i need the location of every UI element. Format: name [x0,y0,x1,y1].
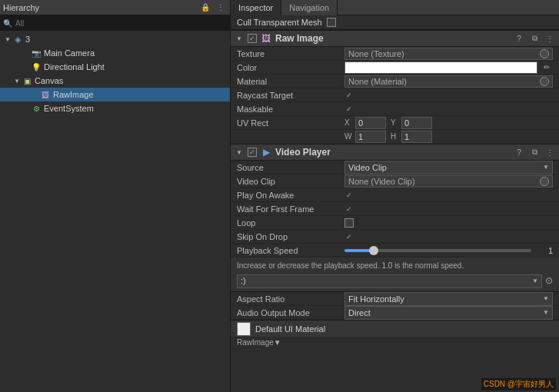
h-label: H [391,132,400,141]
play-on-awake-row: Play On Awake ✓ [231,188,559,202]
color-value-container: ✏ [344,61,553,74]
texture-field-value: None (Texture) [348,49,404,58]
video-player-toggle-arrow[interactable]: ▼ [234,147,245,158]
aspect-ratio-dropdown-arrow: ▼ [543,295,549,302]
wait-for-first-frame-checkbox[interactable]: ✓ [344,204,354,214]
tree-item-root[interactable]: ▼ ◈ 3 [0,32,230,46]
inspector-content: Cull Transparent Mesh ▼ ✓ 🖼 Raw Image ? … [231,15,559,392]
video-clip-field-value: None (Video Clip) [348,177,415,186]
video-clip-circle[interactable] [540,177,549,186]
color-swatch[interactable] [344,61,537,74]
slider-fill [344,249,372,252]
material-row: Material None (Material) [231,75,559,88]
material-label: Material [237,77,344,86]
hierarchy-kebab-icon[interactable]: ⋮ [215,2,227,14]
video-player-header-icons: ? ⧉ ⋮ [513,146,556,158]
watermark: CSDN @宇宙好男人 [481,378,556,390]
raw-image-title: Raw Image [275,33,510,44]
source-row: Source Video Clip ▼ [231,161,559,174]
video-player-settings-icon[interactable]: ⧉ [528,146,541,158]
raycast-value-container: ✓ [344,91,553,100]
texture-value-container: None (Texture) [344,48,553,60]
raycast-row: Raycast Target ✓ [231,88,559,102]
raw-image-component-icon: 🖼 [260,32,272,45]
raw-image-help-icon[interactable]: ? [513,32,525,45]
cull-checkbox[interactable] [327,18,336,27]
y-input[interactable] [401,117,432,129]
raw-image-settings-icon[interactable]: ⧉ [528,32,541,45]
uv-rect-wh-container: W H [344,131,553,143]
video-clip-field[interactable]: None (Video Clip) [344,175,553,188]
source-value-container: Video Clip ▼ [344,161,553,174]
rawimage-sublabel-row: RawImage▼ [231,337,559,348]
texture-field-circle[interactable] [540,49,549,58]
playback-speed-slider[interactable] [344,249,531,252]
scene-icon: ◈ [12,34,23,45]
aspect-ratio-dropdown-value: Fit Horizontally [348,294,404,304]
aspect-ratio-dropdown[interactable]: Fit Horizontally ▼ [344,292,553,306]
w-input[interactable] [355,131,386,143]
playback-speed-row: Playback Speed 1 [231,244,559,257]
audio-output-dropdown[interactable]: Direct ▼ [344,306,553,320]
material-field-circle[interactable] [540,77,549,86]
navigation-tab-label: Navigation [289,3,329,12]
video-player-enabled-checkbox[interactable]: ✓ [248,148,257,157]
video-player-title: Video Player [275,147,510,158]
info-dropdown[interactable]: :) ▼ [237,274,542,288]
tree-item-rawimage[interactable]: ▶ 🖼 RawImage [0,88,230,101]
source-dropdown-arrow: ▼ [543,164,549,171]
info-dropdown-arrow: ▼ [532,277,538,285]
default-material-row: Default UI Material [231,320,559,337]
rawimage-sublabel: RawImage▼ [237,338,281,347]
hierarchy-lock-icon[interactable]: 🔒 [199,2,211,14]
tab-inspector[interactable]: Inspector [231,0,281,15]
texture-field[interactable]: None (Texture) [344,48,553,60]
color-row: Color ✏ [231,61,559,75]
aspect-ratio-row: Aspect Ratio Fit Horizontally ▼ [231,292,559,306]
hierarchy-panel: Hierarchy 🔒 ⋮ 🔍 ▼ ◈ 3 ▶ 📷 Main Camera ▶ … [0,0,231,392]
color-eyedropper-icon[interactable]: ✏ [541,61,553,74]
maskable-value-container: ✓ [344,105,553,114]
x-input[interactable] [355,117,386,129]
maskable-checkbox[interactable]: ✓ [344,105,354,114]
tab-navigation[interactable]: Navigation [281,0,338,15]
raw-image-kebab-icon[interactable]: ⋮ [544,32,556,45]
inspector-tabs: Inspector Navigation [231,0,559,15]
skip-on-drop-checkbox[interactable]: ✓ [344,232,354,241]
tree-item-eventsystem[interactable]: ▶ ⚙ EventSystem [0,101,230,115]
tree-item-canvas[interactable]: ▼ ▣ Canvas [0,74,230,88]
skip-on-drop-label: Skip On Drop [237,232,344,241]
video-clip-value-container: None (Video Clip) [344,175,553,188]
source-label: Source [237,163,344,172]
audio-output-value-container: Direct ▼ [344,306,553,320]
source-dropdown[interactable]: Video Clip ▼ [344,161,553,174]
slider-track [344,249,531,252]
wait-for-first-frame-label: Wait For First Frame [237,204,344,214]
raw-image-header: ▼ ✓ 🖼 Raw Image ? ⧉ ⋮ [231,30,559,47]
h-input[interactable] [401,131,432,143]
uv-rect-row2: W H [231,130,559,144]
raycast-checkbox[interactable]: ✓ [344,91,354,100]
color-label: Color [237,63,344,72]
play-on-awake-checkbox[interactable]: ✓ [344,191,354,200]
info-circle-icon[interactable]: ⊙ [545,274,553,287]
slider-thumb[interactable] [369,246,378,255]
tree-item-camera[interactable]: ▶ 📷 Main Camera [0,46,230,60]
play-on-awake-label: Play On Awake [237,191,344,200]
playback-speed-value: 1 [534,246,553,255]
raw-image-toggle-arrow[interactable]: ▼ [234,33,245,44]
tree-item-light[interactable]: ▶ 💡 Directional Light [0,60,230,74]
light-icon: 💡 [31,61,42,72]
cull-label: Cull Transparent Mesh [237,18,322,27]
video-player-kebab-icon[interactable]: ⋮ [544,146,556,158]
tree-label-canvas: Canvas [35,76,63,85]
rawimage-icon: 🖼 [40,89,51,100]
raw-image-enabled-checkbox[interactable]: ✓ [248,34,257,43]
loop-checkbox[interactable] [344,218,354,228]
wait-for-first-frame-row: Wait For First Frame ✓ [231,202,559,216]
video-player-header: ▼ ✓ ▶ Video Player ? ⧉ ⋮ [231,144,559,161]
search-input[interactable] [15,19,227,28]
material-field[interactable]: None (Material) [344,75,553,88]
source-dropdown-value: Video Clip [348,163,387,172]
video-player-help-icon[interactable]: ? [513,146,525,158]
